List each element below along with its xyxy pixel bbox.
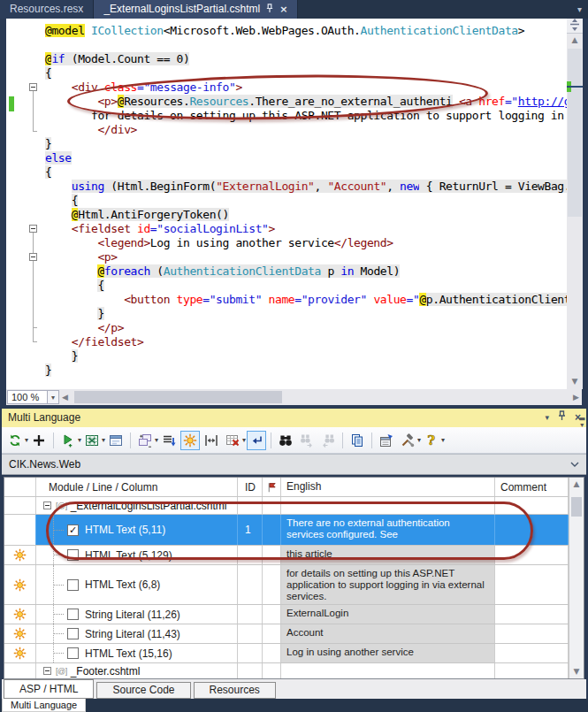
table-delete-icon[interactable] — [223, 431, 242, 450]
code-line[interactable]: @if (Model.Count == 0) — [45, 52, 567, 66]
checkbox-unchecked[interactable] — [67, 579, 79, 591]
table-group-row[interactable]: [@]_ExternalLoginsListPartial.cshtml — [4, 497, 569, 515]
view-tab-source-code[interactable]: Source Code — [96, 682, 190, 699]
code-line[interactable]: <legend>Log in using another service</le… — [45, 236, 567, 250]
checkbox-unchecked[interactable] — [67, 647, 79, 659]
code-line[interactable] — [45, 38, 567, 52]
checkbox-unchecked[interactable] — [67, 628, 79, 639]
code-line[interactable]: <fieldset id="socialLoginList"> — [45, 222, 567, 236]
code-line[interactable]: </fieldset> — [45, 335, 567, 349]
code-line[interactable]: <p>@Resources.Resources.There_are_no_ext… — [45, 95, 567, 109]
code-line[interactable]: { — [45, 279, 567, 293]
table-row[interactable]: HTML Text (6,8)for details on setting up… — [4, 565, 569, 605]
dropdown-caret-icon[interactable]: ▾ — [102, 436, 105, 444]
add-icon[interactable] — [29, 431, 49, 450]
code-line[interactable]: for details on setting up this ASP.NET a… — [45, 109, 567, 123]
sort-icon[interactable] — [159, 431, 179, 450]
code-line[interactable]: </p> — [45, 321, 567, 335]
close-icon[interactable]: × — [279, 4, 287, 14]
tree-collapse-icon[interactable] — [43, 667, 51, 675]
dropdown-caret-icon[interactable]: ▾ — [155, 436, 158, 444]
find-icon[interactable] — [276, 431, 295, 450]
code-line[interactable]: </div> — [45, 123, 567, 137]
code-line[interactable]: } — [45, 137, 567, 151]
dropdown-caret-icon[interactable]: ▾ — [242, 436, 246, 444]
scroll-left-icon[interactable]: ◀ — [59, 393, 71, 402]
checkbox-checked[interactable]: ✓ — [67, 524, 79, 536]
tree-collapse-icon[interactable] — [43, 501, 51, 509]
scroll-down-icon[interactable]: ▼ — [567, 375, 583, 387]
panel-title-bar[interactable]: Multi Language ▾ × — [2, 409, 586, 427]
code-editor[interactable]: @model ICollection<Microsoft.Web.WebPage… — [6, 19, 567, 389]
dropdown-caret-icon[interactable]: ▾ — [417, 436, 421, 444]
project-combobox[interactable]: CIK.News.Web — [2, 454, 586, 475]
code-line[interactable]: } — [45, 349, 567, 364]
code-line[interactable]: <div class="message-info"> — [45, 80, 567, 95]
help-icon[interactable]: ? — [422, 431, 441, 450]
scroll-down-icon[interactable]: ▼ — [569, 665, 584, 678]
code-line[interactable]: <p> — [45, 250, 567, 264]
code-line[interactable]: } — [45, 307, 567, 321]
table-row[interactable]: String Literal (11,26)ExternalLogin — [4, 605, 569, 624]
dropdown-caret-icon[interactable]: ▾ — [25, 436, 28, 444]
properties-icon[interactable] — [377, 431, 396, 450]
scrollbar-thumb[interactable] — [74, 391, 282, 403]
checkbox-unchecked[interactable] — [67, 609, 79, 620]
table-row[interactable]: HTML Text (5,129)this article — [4, 546, 569, 565]
pin-icon[interactable] — [557, 409, 567, 427]
scroll-right-icon[interactable]: ▶ — [570, 393, 582, 402]
tools-icon[interactable] — [398, 431, 417, 450]
tool-window-tab-multi-language[interactable]: Multi Language — [2, 699, 86, 712]
header-id[interactable]: ID — [238, 478, 263, 496]
code-line[interactable]: @Html.AntiForgeryToken() — [45, 208, 567, 222]
dropdown-caret-icon[interactable]: ▾ — [78, 436, 81, 444]
code-line[interactable]: { — [45, 165, 567, 180]
refresh-icon[interactable] — [5, 431, 25, 450]
fold-collapse-icon[interactable] — [29, 225, 37, 233]
table-row[interactable]: String Literal (11,43)Account — [4, 624, 569, 644]
scroll-up-icon[interactable]: ▲ — [569, 478, 584, 490]
excel-export-icon[interactable] — [82, 431, 102, 450]
scrollbar-thumb[interactable] — [571, 497, 582, 517]
document-tab-partial[interactable]: _ExternalLoginsListPartial.cshtml× — [94, 0, 298, 19]
window-menu-icon[interactable]: ▾ — [545, 409, 549, 427]
view-tab-resources[interactable]: Resources — [194, 682, 276, 699]
fold-collapse-icon[interactable] — [29, 83, 37, 91]
editor-horizontal-scrollbar[interactable] — [73, 391, 569, 403]
code-line[interactable]: <button type="submit" name="provider" va… — [45, 293, 567, 307]
code-line[interactable]: @model ICollection<Microsoft.Web.WebPage… — [45, 24, 567, 38]
fold-collapse-icon[interactable] — [29, 253, 37, 261]
scrollbar-thumb[interactable] — [568, 49, 582, 217]
table-row[interactable]: ✓HTML Text (5,11)1There are no external … — [4, 515, 569, 546]
table-row[interactable]: HTML Text (15,16)Log in using another se… — [4, 644, 569, 663]
dropdown-caret-icon[interactable]: ▾ — [441, 436, 445, 444]
sun-icon[interactable] — [180, 431, 200, 450]
code-line[interactable]: @foreach (AuthenticationClientData p in … — [45, 264, 567, 279]
header-english[interactable]: English — [281, 478, 495, 496]
line-break-icon[interactable] — [247, 431, 266, 450]
toolbar-overflow-icon[interactable]: ▬▾ — [578, 416, 585, 428]
copy-icon[interactable] — [347, 431, 367, 450]
document-tab-resources[interactable]: Resources.resx — [0, 0, 94, 19]
checkbox-unchecked[interactable] — [67, 549, 79, 561]
table-vertical-scrollbar[interactable]: ▲ ▼ — [569, 478, 584, 678]
code-line[interactable]: else — [45, 151, 567, 165]
pin-icon[interactable] — [265, 4, 274, 15]
dialog-icon[interactable] — [106, 431, 126, 450]
code-line[interactable]: } — [45, 364, 567, 378]
table-group-row[interactable]: [@]_Footer.cshtml — [4, 663, 569, 678]
header-flag[interactable] — [263, 478, 281, 496]
header-comment[interactable]: Comment — [495, 478, 569, 496]
tab-list-dropdown-icon[interactable]: ▾ — [577, 4, 582, 14]
zoom-dropdown-icon[interactable]: ▾ — [48, 390, 59, 404]
code-line[interactable]: { — [45, 194, 567, 208]
scroll-up-icon[interactable]: ▲ — [567, 34, 583, 46]
view-tab-asp-html[interactable]: ASP / HTML — [4, 679, 94, 699]
splitter-handle-icon[interactable] — [567, 19, 583, 34]
duplicate-icon[interactable] — [135, 431, 155, 450]
column-width-icon[interactable] — [202, 431, 221, 450]
code-line[interactable]: using (Html.BeginForm("ExternalLogin", "… — [45, 180, 567, 194]
header-module[interactable]: Module / Line / Column — [36, 478, 238, 496]
code-line[interactable]: { — [45, 66, 567, 80]
run-icon[interactable] — [58, 431, 78, 450]
